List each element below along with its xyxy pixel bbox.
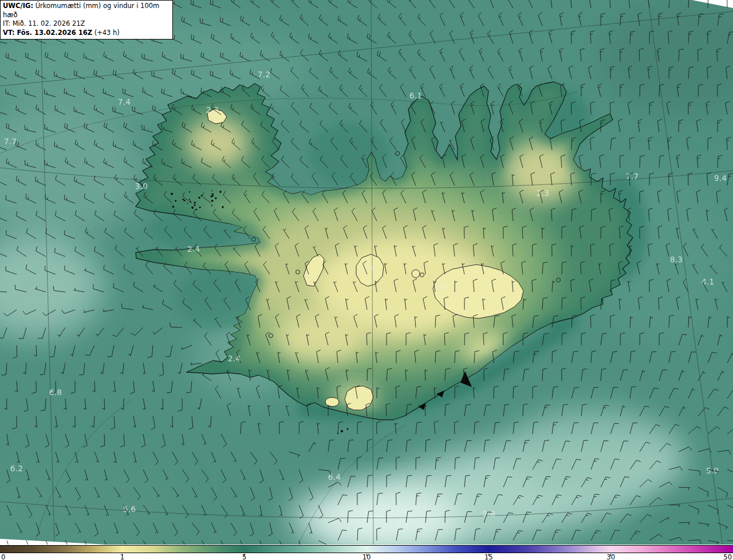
islet-dot bbox=[215, 198, 216, 199]
islet-dot bbox=[198, 197, 200, 199]
islet-dot bbox=[189, 199, 190, 200]
contour-label: 6.1 bbox=[409, 91, 422, 100]
init-label: IT: bbox=[3, 19, 10, 27]
valid-time-line: VT: Fös. 13.02.2026 16Z (+43 h) bbox=[3, 29, 170, 38]
precipitation-colorbar: 01510153050 bbox=[0, 545, 733, 560]
title-box: UWC/IG: Úrkomumætti (mm) og vindur i 100… bbox=[0, 0, 173, 40]
contour-label: 7.7 bbox=[4, 137, 17, 146]
islet-dot bbox=[211, 205, 212, 206]
contour-label: 5.6 bbox=[123, 504, 136, 514]
init-time-line: IT: Mið. 11. 02. 2026 21Z bbox=[3, 19, 170, 29]
colorbar-tick-label: 30 bbox=[606, 553, 616, 560]
weather-forecast-page: 7.27.46.17.73.02.32.37.79.42.41.41.08.34… bbox=[0, 0, 733, 560]
init-value: Mið. 11. 02. 2026 21Z bbox=[13, 19, 85, 27]
map-title-line: UWC/IG: Úrkomumætti (mm) og vindur i 100… bbox=[3, 2, 170, 19]
islet-dot bbox=[199, 207, 201, 208]
weather-map: 7.27.46.17.73.02.32.37.79.42.41.41.08.34… bbox=[0, 0, 733, 545]
islet-dot bbox=[183, 200, 185, 202]
contour-label: 6.2 bbox=[10, 464, 23, 473]
colorbar-tick-label: 50 bbox=[723, 553, 732, 560]
contour-label: 7.4 bbox=[118, 97, 131, 107]
islet-dot bbox=[172, 206, 175, 208]
colorbar-tick-label: 1 bbox=[117, 553, 127, 560]
colorbar-tick-label: 15 bbox=[484, 553, 493, 560]
valid-value: Fös. 13.02.2026 16Z bbox=[17, 29, 92, 37]
contour-label: 9.8 bbox=[483, 509, 495, 518]
islet-dot bbox=[191, 206, 194, 208]
islet-dot bbox=[196, 208, 198, 210]
islet-dot bbox=[194, 204, 196, 206]
valid-offset: (+43 h) bbox=[94, 29, 120, 37]
islet-dot bbox=[211, 190, 212, 191]
islet-dot bbox=[212, 194, 214, 195]
islet-dot bbox=[171, 193, 173, 195]
contour-label: 9.4 bbox=[714, 173, 727, 183]
islet-dot bbox=[210, 195, 212, 197]
product-id: UWC/IG: bbox=[3, 2, 33, 10]
contour-label: 4.1 bbox=[702, 277, 714, 286]
colorbar-gradient bbox=[0, 545, 733, 553]
valid-label: VT: bbox=[3, 29, 15, 37]
contour-label: 7.2 bbox=[258, 70, 270, 79]
islet-dot bbox=[189, 191, 190, 192]
colorbar-tick-label: 5 bbox=[240, 553, 249, 560]
contour-label: 2.3 bbox=[537, 188, 549, 198]
colorbar-tick-label: 10 bbox=[362, 553, 371, 560]
islet-dot bbox=[175, 200, 176, 202]
contour-label: 2.3 bbox=[206, 105, 219, 115]
islet-dot bbox=[187, 203, 188, 204]
islet-dot bbox=[194, 202, 196, 203]
islet-dot bbox=[200, 195, 202, 196]
islet-dot bbox=[212, 195, 214, 197]
contour-label: 3.0 bbox=[135, 182, 148, 191]
islet-dot bbox=[219, 191, 222, 193]
contour-label: 8.3 bbox=[670, 255, 683, 264]
contour-label: 5.4 bbox=[396, 522, 408, 531]
colorbar-tick-label: 0 bbox=[1, 553, 5, 560]
islet-dot bbox=[182, 199, 184, 200]
islet-dot bbox=[211, 200, 214, 202]
islet-dot bbox=[222, 206, 223, 207]
